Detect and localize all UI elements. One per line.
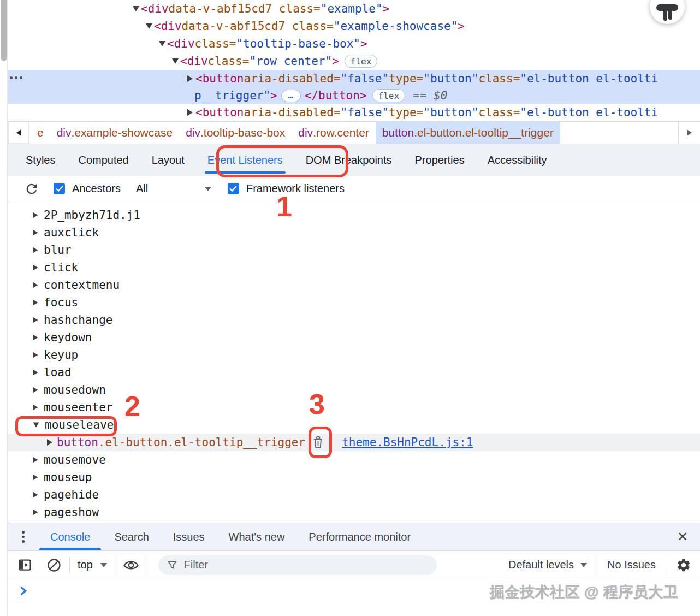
expand-arrow-right-icon[interactable]	[33, 370, 38, 376]
drawer-tab-what-s-new[interactable]: What's new	[217, 523, 297, 550]
flex-badge[interactable]: flex	[372, 89, 406, 102]
expand-arrow-down-icon[interactable]	[133, 6, 141, 11]
dom-tree-node[interactable]: <div class="row center">flex	[8, 52, 700, 70]
dom-tree-node[interactable]: p__trigger">…</button>flex== $0	[8, 87, 700, 104]
drawer-tab-console[interactable]: Console	[38, 523, 102, 550]
tab-dom-breakpoints[interactable]: DOM Breakpoints	[294, 144, 404, 176]
event-row-keydown[interactable]: keydown	[8, 329, 700, 346]
expand-arrow-right-icon[interactable]	[33, 212, 38, 218]
drawer-menu-button[interactable]	[22, 531, 25, 543]
expand-arrow-right-icon[interactable]	[33, 282, 38, 288]
devtools-window: <div data-v-abf15cd7 class="example"><di…	[0, 0, 700, 616]
code-token: aria-disabled=	[244, 72, 341, 85]
expand-arrow-right-icon[interactable]	[33, 387, 38, 393]
event-row-mousedown[interactable]: mousedown	[8, 381, 700, 399]
expand-children-button[interactable]: …	[281, 90, 301, 102]
event-row-mousemove[interactable]: mousemove	[8, 451, 700, 469]
tab-properties[interactable]: Properties	[404, 144, 476, 176]
expand-arrow-right-icon[interactable]	[33, 510, 38, 516]
dom-tree-node[interactable]: <div data-v-abf15cd7 class="example">	[8, 0, 700, 17]
refresh-button[interactable]	[24, 181, 39, 197]
expand-arrow-right-icon[interactable]	[33, 335, 38, 341]
remove-listener-button[interactable]	[312, 436, 324, 449]
expand-arrow-right-icon[interactable]	[33, 317, 38, 323]
expand-arrow-right-icon[interactable]	[33, 457, 38, 463]
breadcrumb-item[interactable]: button.el-button.el-tooltip__trigger	[376, 122, 560, 144]
expand-arrow-right-icon[interactable]	[33, 475, 38, 481]
event-row-mouseenter[interactable]: mouseenter	[8, 399, 700, 416]
event-row-focus[interactable]: focus	[8, 294, 700, 311]
tab-layout[interactable]: Layout	[140, 144, 196, 176]
listener-source-link[interactable]: theme.BsHnPcdL.js:1	[342, 436, 473, 449]
clear-console-button[interactable]	[46, 558, 62, 573]
expand-arrow-right-icon[interactable]	[33, 265, 38, 271]
breadcrumb-item[interactable]: div.row.center	[292, 122, 376, 144]
flex-badge[interactable]: flex	[345, 55, 378, 68]
event-row-load[interactable]: load	[8, 364, 700, 381]
expand-arrow-right-icon[interactable]	[33, 492, 38, 498]
code-token: <div	[167, 37, 195, 50]
drawer-tab-performance-monitor[interactable]: Performance monitor	[296, 523, 423, 550]
expand-arrow-right-icon[interactable]	[33, 405, 38, 411]
tab-computed[interactable]: Computed	[67, 144, 140, 176]
code-token: data-v-abf15cd7 class=	[169, 2, 321, 15]
listener-node-row[interactable]: button.el-button.el-tooltip__triggerthem…	[8, 434, 700, 451]
framework-listeners-checkbox[interactable]	[228, 183, 239, 194]
dom-tree-node[interactable]: <button aria-disabled="false" type="butt…	[8, 104, 700, 121]
code-token: class=	[208, 55, 250, 68]
event-row-pagehide[interactable]: pagehide	[8, 486, 700, 504]
expand-arrow-down-icon[interactable]	[33, 423, 39, 428]
event-row-mouseup[interactable]: mouseup	[8, 469, 700, 486]
breadcrumb-item[interactable]: div.tooltip-base-box	[179, 122, 292, 144]
ancestors-checkbox[interactable]	[54, 183, 65, 194]
event-row-pageshow[interactable]: pageshow	[8, 504, 700, 521]
tab-accessibility[interactable]: Accessibility	[476, 144, 559, 176]
dom-tree-node[interactable]: <button aria-disabled="false" type="butt…	[8, 70, 700, 87]
event-row-blur[interactable]: blur	[8, 241, 700, 259]
issues-counter[interactable]: No Issues	[607, 559, 656, 571]
dom-tree-node[interactable]: <div data-v-abf15cd7 class="example-show…	[8, 17, 700, 35]
log-levels-dropdown[interactable]: Default levels	[508, 559, 587, 571]
drawer-tab-search[interactable]: Search	[102, 523, 161, 550]
tab-styles[interactable]: Styles	[14, 144, 67, 176]
tab-event-listeners[interactable]: Event Listeners	[196, 144, 294, 176]
event-row-hashchange[interactable]: hashchange	[8, 311, 700, 329]
drawer-close-button[interactable]: ✕	[673, 523, 692, 550]
expand-arrow-right-icon[interactable]	[187, 75, 195, 82]
event-row-auxclick[interactable]: auxclick	[8, 224, 700, 241]
expand-arrow-right-icon[interactable]	[33, 247, 38, 253]
event-row-click[interactable]: click	[8, 259, 700, 276]
breadcrumb-scroll-right-button[interactable]	[678, 122, 700, 144]
breadcrumb-scroll-left-button[interactable]	[8, 122, 29, 144]
expand-arrow-down-icon[interactable]	[146, 23, 154, 29]
javascript-context-dropdown[interactable]: top	[78, 559, 107, 571]
expand-arrow-right-icon[interactable]	[33, 300, 38, 306]
dom-tree-node[interactable]: <div class="tooltip-base-box">	[8, 35, 700, 52]
expand-arrow-down-icon[interactable]	[172, 58, 180, 64]
breadcrumb-item[interactable]: div.example-showcase	[50, 122, 179, 144]
event-row-mouseleave[interactable]: mouseleave	[8, 416, 700, 434]
console-prompt-row[interactable]: 掘金技术社区 @ 程序员大卫	[0, 579, 700, 601]
drawer-tab-issues[interactable]: Issues	[161, 523, 217, 550]
elements-dom-tree: <div data-v-abf15cd7 class="example"><di…	[8, 0, 700, 121]
expand-arrow-right-icon[interactable]	[33, 230, 38, 236]
event-filter-dropdown[interactable]: All	[136, 182, 211, 195]
console-filter-field[interactable]	[158, 555, 437, 575]
console-sidebar-toggle-button[interactable]	[17, 558, 32, 572]
expand-arrow-down-icon[interactable]	[159, 41, 167, 46]
node-overflow-dots-icon[interactable]	[10, 76, 22, 79]
expand-arrow-right-icon[interactable]	[47, 439, 52, 446]
event-row-keyup[interactable]: keyup	[8, 346, 700, 364]
left-scrollbar-thumb[interactable]	[1, 0, 7, 61]
event-row-2p-mbyzh71d-j1[interactable]: 2P_mbyzh71d.j1	[8, 206, 700, 224]
event-row-contextmenu[interactable]: contextmenu	[8, 276, 700, 294]
expand-arrow-right-icon[interactable]	[187, 109, 195, 116]
log-levels-value: Default levels	[508, 559, 574, 571]
console-filter-input[interactable]	[184, 559, 428, 571]
expand-arrow-right-icon[interactable]	[33, 352, 38, 358]
breadcrumb-item[interactable]: e	[31, 122, 50, 144]
listener-node-tag: button	[57, 436, 98, 449]
console-settings-button[interactable]	[676, 558, 691, 573]
code-token: "example-showcase"	[334, 20, 458, 33]
live-expression-button[interactable]	[123, 559, 139, 572]
